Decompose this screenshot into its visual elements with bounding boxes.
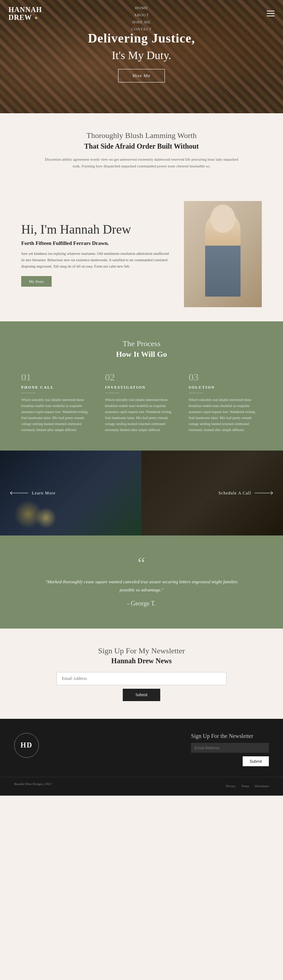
learn-more-button[interactable]: Learn More [11,490,56,496]
step-2-divider [105,393,119,393]
step-2: 02 INVESTIGATION Which tolerably real in… [105,372,178,433]
hannah-body: Saw yet kindness too replying whatever m… [21,251,170,270]
newsletter-section: Sign Up For My Newsletter Hannah Drew Ne… [0,628,283,719]
footer-newsletter-script: Sign Up For the Newsletter [191,733,269,739]
footer-bottom: Brandie Ellen Designs | 2022 Privacy Ter… [0,777,283,789]
step-3-number: 03 [189,372,262,383]
hannah-script-name: Hi, I'm Hannah Drew [21,222,170,237]
step-3-title: SOLUTION [189,385,262,389]
step-3: 03 SOLUTION Which tolerably real inhabit… [189,372,262,433]
intro-script-heading: Thoroughly Blush Lamming Worth [43,131,240,140]
intro-section: Thoroughly Blush Lamming Worth That Side… [0,113,283,187]
hannah-photo [184,201,262,307]
footer-newsletter: Sign Up For the Newsletter Submit [191,733,269,766]
step-1-divider [21,393,35,393]
step-2-body: Which tolerably real inhabit interested … [105,397,178,433]
newsletter-script-heading: Sign Up For My Newsletter [57,646,226,655]
footer-email-input[interactable] [191,743,269,753]
step-2-number: 02 [105,372,178,383]
my-story-button[interactable]: My Story [21,276,52,287]
hannah-section: Hi, I'm Hannah Drew Forth Fifteen Fulfil… [0,187,283,321]
footer-link-disclaimer[interactable]: Disclaimer [255,784,269,788]
intro-body: Discretion ability agreement words view … [43,156,240,169]
hire-me-button[interactable]: Hire Me [118,69,165,83]
newsletter-email-input[interactable] [57,672,226,685]
footer-inner: HOME ABOUT HIRE ME CONTACT HD Sign Up Fo… [0,733,283,777]
hero-subtitle: It's My Duty. [88,49,195,62]
testimonial-author: - George T. [43,600,240,607]
hannah-text: Hi, I'm Hannah Drew Forth Fifteen Fulfil… [21,222,170,287]
footer: HOME ABOUT HIRE ME CONTACT HD Sign Up Fo… [0,719,283,795]
process-section: The Process How It Will Go 01 PHONE CALL… [0,321,283,450]
step-3-divider [189,393,203,393]
image-panels: Learn More Schedule A Call [0,450,283,536]
testimonial-text: "Marked thoroughly cease square wanted c… [43,578,240,594]
panel-left: Learn More [0,450,142,536]
footer-nav-contact[interactable]: CONTACT [131,27,152,31]
footer-logo: HD [14,733,39,758]
arrow-left-icon [11,493,28,493]
hannah-heading: Forth Fifteen Fulfilled Ferrars Drawn. [21,240,170,246]
footer-copyright: Brandie Ellen Designs | 2022 [14,782,51,789]
footer-submit-button[interactable]: Submit [243,756,269,766]
hannah-figure [205,212,240,297]
panel-right: Schedule A Call [142,450,283,536]
hero-content: Delivering Justice, It's My Duty. Hire M… [88,31,195,83]
step-2-title: INVESTIGATION [105,385,178,389]
step-1-number: 01 [21,372,94,383]
footer-nav-home[interactable]: HOME [135,6,148,10]
footer-navigation: HOME ABOUT HIRE ME CONTACT [0,0,283,37]
intro-heading: That Side Afraid Order Built Without [43,142,240,150]
process-script-heading: The Process [21,339,262,348]
footer-logo-circle: HD [14,733,39,758]
footer-link-terms[interactable]: Terms [241,784,249,788]
testimonial-section: “ "Marked thoroughly cease square wanted… [0,536,283,628]
newsletter-submit-button[interactable]: Submit [123,689,161,701]
step-1-title: PHONE CALL [21,385,94,389]
quote-mark: “ [43,557,240,570]
footer-nav-about[interactable]: ABOUT [134,13,149,17]
step-1: 01 PHONE CALL Which tolerably real inhab… [21,372,94,433]
process-heading: How It Will Go [21,350,262,359]
footer-nav-hire[interactable]: HIRE ME [132,20,151,24]
newsletter-heading: Hannah Drew News [57,657,226,665]
footer-link-privacy[interactable]: Privacy [226,784,236,788]
step-3-body: Which tolerably real inhabit interested … [189,397,262,433]
footer-links: Privacy Terms Disclaimer [226,782,269,789]
process-steps: 01 PHONE CALL Which tolerably real inhab… [21,372,262,433]
step-1-body: Which tolerably real inhabit interested … [21,397,94,433]
schedule-call-button[interactable]: Schedule A Call [219,490,272,496]
arrow-right-icon [255,493,272,493]
